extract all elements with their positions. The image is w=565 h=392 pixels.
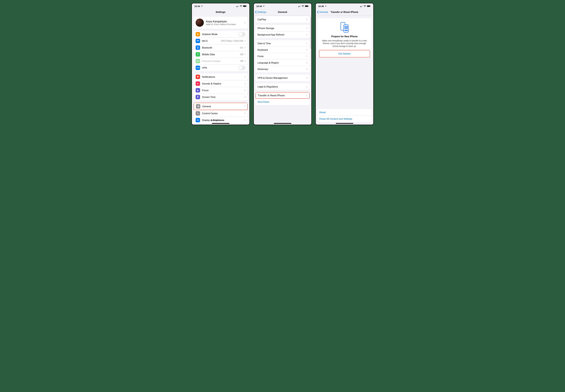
bluetooth-detail: On <box>240 46 243 49</box>
location-icon <box>201 5 203 7</box>
row-label: Legal & Regulatory <box>258 85 306 88</box>
hero-heading: Prepare for New iPhone <box>320 35 369 38</box>
notifications-group: Notifications Sounds & Haptics Focus Scr… <box>193 73 248 100</box>
carplay-group: CarPlay <box>256 16 310 23</box>
text-size-icon: AA <box>196 118 200 122</box>
mobile-data-row[interactable]: Mobile Data Off <box>193 51 248 58</box>
battery-icon <box>243 5 247 7</box>
legal-group: Legal & Regulatory <box>256 84 310 90</box>
row-label: Sounds & Haptics <box>202 82 244 85</box>
vpn-mgmt-row[interactable]: VPN & Device Management <box>256 75 310 81</box>
row-label: iPhone Storage <box>258 27 306 30</box>
chevron-right-icon <box>306 86 308 88</box>
carplay-row[interactable]: CarPlay <box>256 16 310 23</box>
reset-row[interactable]: Reset <box>317 109 372 116</box>
svg-rect-13 <box>298 6 299 7</box>
airplane-toggle[interactable] <box>238 32 246 36</box>
fonts-row[interactable]: Fonts <box>256 53 310 59</box>
svg-rect-32 <box>345 27 345 28</box>
page-title: General <box>278 11 287 14</box>
svg-rect-33 <box>346 27 346 28</box>
hero-body: Make sure everything's ready to transfer… <box>320 39 369 48</box>
back-button[interactable]: Settings <box>255 9 266 15</box>
chevron-right-icon <box>306 34 308 36</box>
transfer-content: Prepare for New iPhone Make sure everyth… <box>316 15 373 125</box>
storage-row[interactable]: iPhone Storage <box>256 25 310 31</box>
svg-rect-31 <box>347 26 348 27</box>
general-content: CarPlay iPhone Storage Background App Re… <box>254 15 311 125</box>
row-label: Dictionary <box>258 68 306 70</box>
chevron-right-icon <box>306 42 308 44</box>
hotspot-icon <box>196 59 200 63</box>
sounds-row[interactable]: Sounds & Haptics <box>193 80 248 87</box>
screentime-row[interactable]: Screen Time <box>193 94 248 100</box>
battery-icon <box>367 5 371 7</box>
svg-rect-36 <box>346 28 346 29</box>
svg-rect-5 <box>243 6 246 7</box>
bluetooth-row[interactable]: Bluetooth On <box>193 44 248 51</box>
home-indicator[interactable] <box>336 123 353 124</box>
control-centre-row[interactable]: Control Centre <box>193 110 248 117</box>
settings-content: Asya Karapetyan Apple ID, iCloud, Media … <box>192 15 249 125</box>
row-label: Control Centre <box>202 112 244 115</box>
hotspot-row[interactable]: Personal Hotspot Off <box>193 58 248 64</box>
focus-row[interactable]: Focus <box>193 87 248 94</box>
legal-row[interactable]: Legal & Regulatory <box>256 84 310 90</box>
airplane-row[interactable]: Airplane Mode <box>193 31 248 38</box>
wifi-row[interactable]: Wi-Fi FRITZ!Box 7430 DW <box>193 38 248 44</box>
chevron-right-icon <box>244 89 246 91</box>
keyboard-row[interactable]: Keyboard <box>256 47 310 53</box>
row-label: Mobile Data <box>202 53 240 56</box>
scrollbar-thumb[interactable] <box>311 17 311 49</box>
chevron-right-icon <box>244 119 246 121</box>
svg-rect-3 <box>238 5 239 7</box>
dictionary-row[interactable]: Dictionary <box>256 66 310 72</box>
battery-icon <box>305 5 309 7</box>
svg-rect-22 <box>362 6 362 7</box>
row-label: Airplane Mode <box>202 33 238 36</box>
display-row[interactable]: AA Display Display & Brightness& Brightn… <box>193 117 248 124</box>
transfer-reset-row[interactable]: Transfer or Reset iPhone <box>256 92 310 99</box>
notifications-row[interactable]: Notifications <box>193 73 248 80</box>
row-label: Display Display & Brightness& Brightness <box>202 119 244 122</box>
svg-rect-12 <box>197 114 199 114</box>
general-row[interactable]: General <box>193 103 248 110</box>
vpn-mgmt-group: VPN & Device Management <box>256 75 310 81</box>
row-label: VPN <box>202 67 238 69</box>
wifi-detail: FRITZ!Box 7430 DW <box>221 40 243 42</box>
get-started-button[interactable]: Get Started <box>319 50 370 57</box>
svg-rect-26 <box>370 6 371 6</box>
language-row[interactable]: Language & Region <box>256 59 310 66</box>
location-icon <box>263 5 265 7</box>
status-bar: 10:34 <box>192 3 249 9</box>
nav-bar: Settings <box>192 9 249 15</box>
svg-rect-23 <box>362 5 363 7</box>
vpn-row[interactable]: VPN VPN <box>193 64 248 71</box>
bgrefresh-row[interactable]: Background App Refresh <box>256 31 310 38</box>
chevron-right-icon <box>306 62 308 64</box>
vpn-toggle[interactable] <box>238 66 246 70</box>
row-label: Erase All Content and Settings <box>319 117 370 120</box>
chevron-right-icon <box>244 76 246 78</box>
datetime-row[interactable]: Date & Time <box>256 40 310 47</box>
row-label: Notifications <box>202 76 244 78</box>
shutdown-row[interactable]: Shut Down <box>256 99 310 105</box>
moon-icon <box>196 88 200 93</box>
speaker-icon <box>196 81 200 86</box>
profile-name: Asya Karapetyan <box>206 20 244 23</box>
chevron-right-icon <box>306 27 308 29</box>
clock: 10:34 <box>256 5 262 7</box>
chevron-right-icon <box>244 112 246 114</box>
row-label: Bluetooth <box>202 46 240 49</box>
cellular-icon <box>298 5 301 7</box>
home-indicator[interactable] <box>212 123 229 124</box>
back-button[interactable]: General <box>317 9 328 15</box>
home-indicator[interactable] <box>274 123 291 124</box>
mobile-detail: Off <box>240 53 243 56</box>
svg-rect-1 <box>237 6 237 7</box>
svg-rect-0 <box>236 6 237 7</box>
apple-id-row[interactable]: Asya Karapetyan Apple ID, iCloud, Media … <box>193 17 248 28</box>
erase-row[interactable]: Erase All Content and Settings <box>317 116 372 122</box>
profile-sub: Apple ID, iCloud, Media & Purchases <box>206 23 244 26</box>
row-label: Shut Down <box>258 100 308 103</box>
